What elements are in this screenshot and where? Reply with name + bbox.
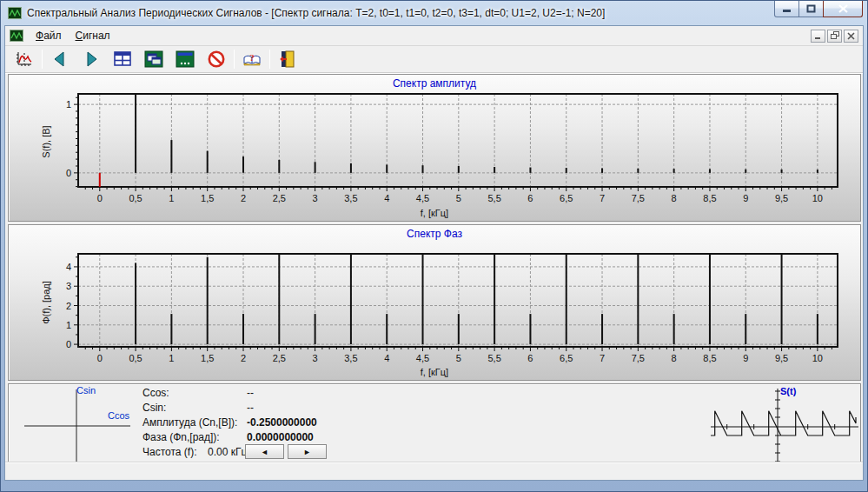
- menu-bar: Файл Сигнал: [5, 26, 863, 46]
- y-tick-label: 4: [66, 262, 71, 272]
- client-area: Файл Сигнал: [4, 25, 864, 481]
- phasor-axes: [16, 386, 137, 464]
- mdi-restore-icon: [831, 31, 839, 40]
- y-tick-label: 1: [66, 99, 71, 110]
- x-tick-label: 6,5: [560, 353, 573, 363]
- phase-spectrum-plot: 00,511,522,533,544,555,566,577,588,599,5…: [9, 225, 860, 380]
- maximize-button[interactable]: [799, 1, 823, 17]
- status-bar: [5, 462, 863, 480]
- x-tick-label: 3: [313, 353, 318, 363]
- ccos-value: --: [247, 387, 254, 399]
- x-tick-label: 3: [313, 193, 318, 203]
- x-tick-label: 5: [456, 353, 461, 363]
- x-tick-label: 5,5: [487, 193, 500, 203]
- title-bar[interactable]: Спектральный Анализ Периодических Сигнал…: [1, 1, 867, 25]
- ccos-axis-label: Ccos: [108, 410, 129, 421]
- menu-file[interactable]: Файл: [29, 27, 69, 44]
- close-icon: [838, 4, 848, 13]
- csin-value: --: [247, 402, 254, 414]
- x-tick-label: 7: [600, 193, 605, 203]
- x-tick-label: 9: [743, 353, 748, 363]
- x-tick-label: 9,5: [775, 193, 788, 203]
- x-tick-label: 5: [456, 193, 461, 203]
- prev-harmonic-nav-button[interactable]: ◄: [245, 444, 284, 459]
- x-tick-label: 8: [672, 353, 677, 363]
- amplitude-label: Амплитуда (Cn,[B]):: [142, 416, 237, 429]
- y-tick-label: 0: [66, 339, 71, 349]
- spectrum-plot-button[interactable]: [12, 48, 36, 70]
- csin-axis-label: Csin: [76, 385, 96, 396]
- prev-harmonic-button[interactable]: [48, 48, 71, 70]
- signal-window-button[interactable]: [173, 48, 196, 70]
- phase-label: Фаза (Фn,[рад]):: [142, 431, 220, 443]
- cascade-windows-icon: [144, 50, 163, 69]
- x-tick-label: 10: [812, 193, 823, 203]
- x-tick-label: 9: [743, 193, 748, 203]
- cascade-windows-button[interactable]: [142, 48, 165, 70]
- stop-button[interactable]: [204, 48, 228, 70]
- exit-button[interactable]: [275, 48, 299, 70]
- mdi-close-button[interactable]: [844, 30, 858, 43]
- phase-spectrum-panel: Спектр Фаз Ф(f), [рад] 00,511,522,533,54…: [8, 224, 861, 381]
- x-tick-label: 0,5: [129, 353, 142, 363]
- x-tick-label: 1: [169, 193, 174, 203]
- x-tick-label: 2,5: [273, 353, 286, 363]
- mdi-minimize-button[interactable]: [811, 30, 825, 43]
- window-title: Спектральный Анализ Периодических Сигнал…: [27, 7, 605, 19]
- x-tick-label: 0: [97, 193, 103, 203]
- amplitude-value: -0.2500000000: [247, 416, 317, 429]
- x-tick-label: 2,5: [273, 193, 286, 203]
- data-table-button[interactable]: [110, 48, 134, 70]
- stop-icon: [207, 50, 226, 69]
- amplitude-spectrum-panel: Спектр амплитуд S(f), [B] 00,511,522,533…: [8, 74, 861, 222]
- spectrum-plot-icon: [15, 50, 34, 69]
- y-tick-label: 0: [66, 168, 71, 178]
- amplitude-x-axis-label: f, [кГц]: [9, 208, 860, 218]
- y-tick-label: 3: [66, 281, 71, 291]
- x-tick-label: 6: [527, 353, 533, 363]
- child-window-icon[interactable]: [10, 30, 23, 42]
- maximize-icon: [806, 4, 816, 13]
- mdi-restore-button[interactable]: [827, 30, 842, 43]
- menu-signal[interactable]: Сигнал: [69, 27, 117, 44]
- next-harmonic-button[interactable]: [79, 48, 103, 70]
- x-tick-label: 2: [241, 353, 246, 363]
- x-tick-label: 7,5: [632, 353, 645, 363]
- frequency-label: Частота (f):: [142, 446, 196, 458]
- minimize-icon: [783, 5, 792, 13]
- phase-value: 0.0000000000: [247, 431, 314, 443]
- ccos-label: Ccos:: [142, 387, 169, 399]
- minimize-button[interactable]: [774, 1, 799, 17]
- mdi-window-controls: [811, 30, 858, 43]
- mdi-close-icon: [847, 32, 855, 40]
- x-tick-label: 0,5: [129, 193, 142, 203]
- mdi-minimize-icon: [814, 32, 822, 40]
- phase-x-axis-label: f, [кГц]: [9, 367, 860, 377]
- help-book-icon: ?: [242, 50, 262, 69]
- x-tick-label: 4,5: [416, 193, 429, 203]
- x-tick-label: 7,5: [632, 193, 645, 203]
- x-tick-label: 4: [384, 353, 389, 363]
- help-button[interactable]: ?: [240, 48, 263, 70]
- signal-preview: [707, 386, 862, 468]
- y-tick-label: 1: [66, 320, 71, 330]
- signal-window-icon: [176, 50, 195, 69]
- x-tick-label: 0: [97, 353, 103, 363]
- harmonic-info-panel: Csin Ccos Ccos: -- Csin: -- Амплитуда (C…: [8, 383, 861, 469]
- window-controls: [774, 1, 863, 17]
- x-tick-label: 10: [812, 353, 823, 363]
- x-tick-label: 1,5: [201, 353, 214, 363]
- next-harmonic-nav-button[interactable]: ►: [288, 444, 327, 459]
- x-tick-label: 8,5: [703, 353, 716, 363]
- x-tick-label: 5,5: [487, 353, 500, 363]
- amplitude-spectrum-plot: 00,511,522,533,544,555,566,577,588,599,5…: [9, 75, 860, 221]
- x-tick-label: 4: [384, 193, 389, 203]
- exit-door-icon: [278, 50, 297, 69]
- frequency-value: 0.00 кГц: [208, 446, 247, 458]
- x-tick-label: 1,5: [201, 193, 214, 203]
- svg-text:?: ?: [249, 52, 255, 63]
- close-button[interactable]: [823, 1, 863, 17]
- x-tick-label: 6,5: [560, 193, 573, 203]
- x-tick-label: 3,5: [344, 353, 357, 363]
- toolbar-separator: [42, 50, 43, 69]
